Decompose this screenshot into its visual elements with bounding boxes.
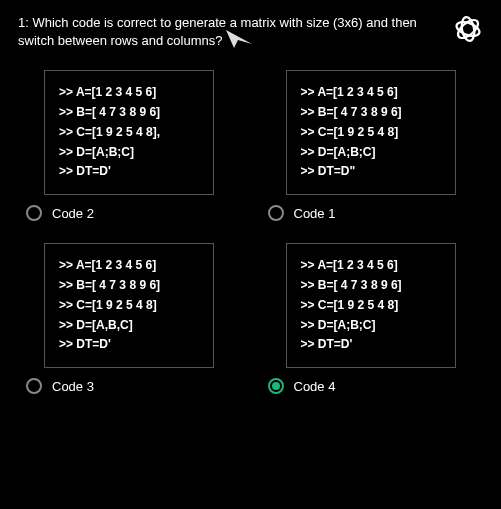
code-line: >> B=[ 4 7 3 8 9 6] xyxy=(301,103,441,123)
code-line: >> A=[1 2 3 4 5 6] xyxy=(301,256,441,276)
question-content: 1: Which code is correct to generate a m… xyxy=(18,15,417,49)
option-code1[interactable]: Code 1 xyxy=(260,201,484,235)
option-label: Code 3 xyxy=(52,379,94,394)
code-line: >> C=[1 9 2 5 4 8] xyxy=(59,296,199,316)
code-line: >> B=[ 4 7 3 8 9 6] xyxy=(301,276,441,296)
radio-icon xyxy=(268,205,284,221)
code-line: >> DT=D' xyxy=(301,335,441,355)
option-label: Code 4 xyxy=(294,379,336,394)
code-line: >> DT=D' xyxy=(59,162,199,182)
option-code2-block: >> A=[1 2 3 4 5 6] >> B=[ 4 7 3 8 9 6] >… xyxy=(18,70,242,235)
option-code3[interactable]: Code 3 xyxy=(18,374,242,408)
code-line: >> D=[A;B;C] xyxy=(301,143,441,163)
code-line: >> A=[1 2 3 4 5 6] xyxy=(59,83,199,103)
radio-icon xyxy=(26,378,42,394)
option-code3-block: >> A=[1 2 3 4 5 6] >> B=[ 4 7 3 8 9 6] >… xyxy=(18,243,242,408)
option-label: Code 1 xyxy=(294,206,336,221)
code-line: >> DT=D' xyxy=(59,335,199,355)
code-line: >> D=[A;B;C] xyxy=(301,316,441,336)
radio-icon xyxy=(26,205,42,221)
option-code4[interactable]: Code 4 xyxy=(260,374,484,408)
code-line: >> C=[1 9 2 5 4 8], xyxy=(59,123,199,143)
code-line: >> B=[ 4 7 3 8 9 6] xyxy=(59,276,199,296)
option-code2[interactable]: Code 2 xyxy=(18,201,242,235)
question-text: 1: Which code is correct to generate a m… xyxy=(18,14,441,52)
code-line: >> B=[ 4 7 3 8 9 6] xyxy=(59,103,199,123)
code-line: >> D=[A,B,C] xyxy=(59,316,199,336)
codebox-code4: >> A=[1 2 3 4 5 6] >> B=[ 4 7 3 8 9 6] >… xyxy=(286,243,456,368)
codebox-code1: >> A=[1 2 3 4 5 6] >> B=[ 4 7 3 8 9 6] >… xyxy=(286,70,456,195)
codebox-code2: >> A=[1 2 3 4 5 6] >> B=[ 4 7 3 8 9 6] >… xyxy=(44,70,214,195)
option-code4-block: >> A=[1 2 3 4 5 6] >> B=[ 4 7 3 8 9 6] >… xyxy=(260,243,484,408)
logo-icon xyxy=(453,14,483,44)
option-label: Code 2 xyxy=(52,206,94,221)
option-code1-block: >> A=[1 2 3 4 5 6] >> B=[ 4 7 3 8 9 6] >… xyxy=(260,70,484,235)
cursor-icon xyxy=(226,32,254,52)
code-line: >> C=[1 9 2 5 4 8] xyxy=(301,123,441,143)
code-line: >> A=[1 2 3 4 5 6] xyxy=(301,83,441,103)
code-line: >> C=[1 9 2 5 4 8] xyxy=(301,296,441,316)
code-line: >> D=[A;B;C] xyxy=(59,143,199,163)
codebox-code3: >> A=[1 2 3 4 5 6] >> B=[ 4 7 3 8 9 6] >… xyxy=(44,243,214,368)
code-line: >> DT=D" xyxy=(301,162,441,182)
code-line: >> A=[1 2 3 4 5 6] xyxy=(59,256,199,276)
radio-icon xyxy=(268,378,284,394)
svg-point-2 xyxy=(455,17,481,42)
